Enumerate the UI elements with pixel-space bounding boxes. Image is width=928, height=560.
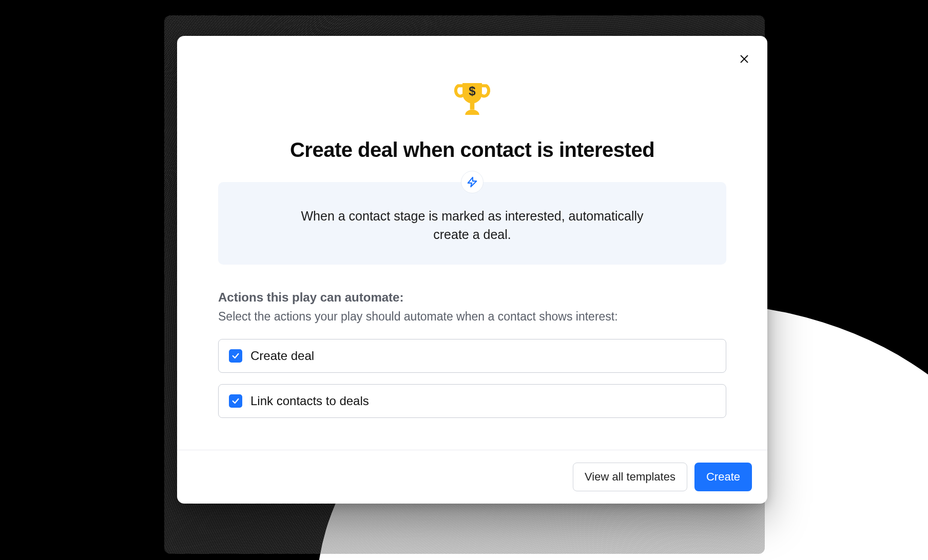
modal-title: Create deal when contact is interested (290, 138, 654, 162)
close-icon (739, 53, 750, 65)
option-link-contacts[interactable]: Link contacts to deals (218, 384, 726, 418)
close-button[interactable] (736, 50, 753, 68)
actions-section: Actions this play can automate: Select t… (218, 290, 726, 429)
trophy-icon: $ (450, 77, 494, 123)
modal-footer: View all templates Create (177, 450, 767, 504)
view-templates-button[interactable]: View all templates (573, 463, 687, 491)
modal-body: $ Create deal when contact is interested… (177, 36, 767, 450)
option-create-deal[interactable]: Create deal (218, 339, 726, 373)
option-label: Create deal (250, 349, 314, 363)
check-icon (231, 352, 240, 360)
description-text: When a contact stage is marked as intere… (287, 207, 657, 244)
checkbox-link-contacts[interactable] (229, 394, 242, 408)
create-deal-modal: $ Create deal when contact is interested… (177, 36, 767, 504)
option-label: Link contacts to deals (250, 394, 369, 408)
section-heading: Actions this play can automate: (218, 290, 726, 305)
svg-marker-4 (468, 177, 477, 187)
checkbox-create-deal[interactable] (229, 349, 242, 363)
svg-rect-2 (470, 103, 475, 110)
check-icon (231, 397, 240, 405)
lightning-badge (461, 171, 484, 193)
section-subtext: Select the actions your play should auto… (218, 310, 726, 324)
lightning-icon (467, 176, 478, 188)
description-card: When a contact stage is marked as intere… (218, 182, 726, 265)
svg-text:$: $ (469, 84, 476, 98)
create-button[interactable]: Create (694, 463, 752, 491)
